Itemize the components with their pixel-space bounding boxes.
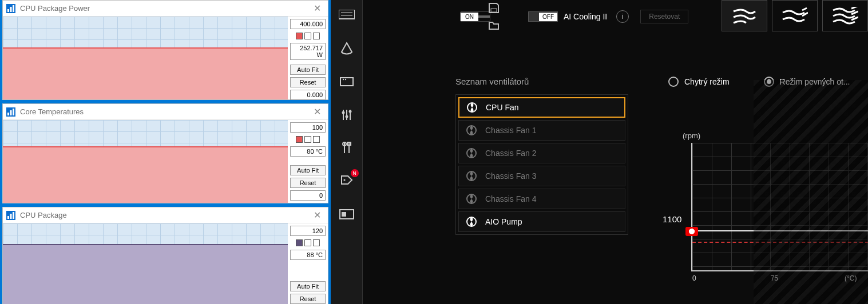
svg-rect-15 bbox=[340, 78, 353, 86]
degc-label: (°C) bbox=[845, 274, 857, 282]
max-readout[interactable]: 400.000 bbox=[290, 19, 326, 29]
swatch-empty[interactable] bbox=[304, 33, 311, 39]
value-readout[interactable]: 80 °C bbox=[290, 146, 326, 157]
svg-rect-6 bbox=[10, 110, 12, 115]
device-icon[interactable] bbox=[337, 72, 356, 91]
swatch-color[interactable] bbox=[296, 136, 303, 143]
fan-curve-chart[interactable] bbox=[691, 143, 868, 283]
chart-icon bbox=[6, 107, 15, 117]
fan-item-cpu[interactable]: CPU Fan bbox=[458, 97, 625, 118]
svg-rect-30 bbox=[342, 212, 346, 217]
swatch-row bbox=[290, 135, 326, 144]
preset-tile-turbo[interactable] bbox=[822, 0, 868, 31]
radio-fixed-mode[interactable]: Režim pevných ot... bbox=[764, 77, 850, 87]
radio-smart-mode[interactable]: Chytrý režim bbox=[668, 77, 730, 87]
rpm-value: 1100 bbox=[663, 214, 681, 224]
ai-cooling-toggle[interactable]: OFF bbox=[528, 11, 558, 22]
fan-item-chassis1[interactable]: Chassis Fan 1 bbox=[458, 120, 625, 141]
close-icon[interactable]: ✕ bbox=[311, 106, 323, 117]
info-icon[interactable]: i bbox=[616, 10, 629, 23]
rpm-unit-label: (rpm) bbox=[683, 131, 700, 140]
fan-icon bbox=[466, 193, 477, 205]
x-axis bbox=[691, 270, 868, 271]
tag-icon[interactable] bbox=[337, 171, 356, 191]
svg-rect-31 bbox=[491, 9, 497, 12]
sensor-controls: 100 80 °C Auto Fit Reset 0 bbox=[288, 120, 328, 203]
swatch-empty[interactable] bbox=[313, 239, 320, 246]
swatch-empty[interactable] bbox=[304, 136, 311, 143]
svg-rect-10 bbox=[10, 214, 12, 219]
keyboard-icon[interactable] bbox=[337, 6, 356, 25]
swatch-row bbox=[290, 238, 326, 247]
fan-label: Chassis Fan 2 bbox=[485, 149, 536, 158]
fan-icon bbox=[466, 102, 478, 113]
preset-tile-silent[interactable] bbox=[772, 0, 818, 31]
x-ticks: 0 75 bbox=[692, 274, 778, 282]
value-readout[interactable]: 88 °C bbox=[290, 250, 326, 260]
preset-tile-standard[interactable] bbox=[722, 0, 767, 31]
fan-label: Chassis Fan 1 bbox=[485, 126, 536, 135]
close-icon[interactable]: ✕ bbox=[311, 210, 323, 221]
fan-item-chassis2[interactable]: Chassis Fan 2 bbox=[458, 143, 625, 163]
swatch-empty[interactable] bbox=[313, 33, 320, 39]
close-icon[interactable]: ✕ bbox=[311, 3, 323, 14]
autofit-button[interactable]: Auto Fit bbox=[290, 281, 326, 291]
swatch-row bbox=[290, 31, 326, 41]
svg-point-16 bbox=[342, 79, 343, 80]
fanxpert-panel: ON OFF AI Cooling II i Resetovat Seznam … bbox=[331, 0, 868, 304]
swatch-color[interactable] bbox=[296, 239, 303, 246]
fan-list: CPU Fan Chassis Fan 1 Chassis Fan 2 Chas… bbox=[455, 94, 628, 235]
max-readout[interactable]: 100 bbox=[290, 122, 326, 133]
max-readout[interactable]: 120 bbox=[290, 226, 326, 236]
reset-button[interactable]: Reset bbox=[290, 294, 326, 304]
vertical-nav bbox=[331, 0, 363, 304]
radio-label: Chytrý režim bbox=[684, 77, 730, 86]
svg-point-17 bbox=[344, 79, 346, 80]
chart-icon bbox=[6, 4, 15, 13]
sensor-controls: 120 88 °C Auto Fit Reset bbox=[288, 223, 328, 304]
ai-cooling-label: AI Cooling II bbox=[564, 12, 607, 21]
fan-item-chassis3[interactable]: Chassis Fan 3 bbox=[458, 166, 625, 186]
rpm-slider-knob[interactable] bbox=[685, 227, 698, 236]
preset-tiles bbox=[722, 0, 868, 31]
sensor-title: CPU Package Power bbox=[20, 4, 90, 13]
sensor-titlebar[interactable]: CPU Package Power ✕ bbox=[3, 1, 328, 17]
sliders-icon[interactable] bbox=[337, 105, 356, 125]
card-icon[interactable] bbox=[337, 205, 356, 224]
min-rpm-line bbox=[692, 242, 868, 243]
swatch-empty[interactable] bbox=[313, 136, 320, 143]
power-toggle[interactable]: ON bbox=[460, 11, 490, 22]
reset-button[interactable]: Reset bbox=[290, 178, 326, 188]
sensor-chart bbox=[3, 120, 288, 203]
reset-button[interactable]: Reset bbox=[290, 77, 326, 87]
on-label: ON bbox=[461, 13, 478, 21]
fan-label: CPU Fan bbox=[486, 103, 519, 112]
fan-item-chassis4[interactable]: Chassis Fan 4 bbox=[458, 189, 625, 209]
radio-icon bbox=[764, 77, 774, 87]
folder-icon[interactable] bbox=[487, 18, 501, 32]
shape-icon[interactable] bbox=[337, 39, 356, 58]
save-icon[interactable] bbox=[487, 1, 501, 15]
svg-point-28 bbox=[343, 179, 345, 181]
fan-item-aio[interactable]: AIO Pump bbox=[458, 211, 625, 232]
autofit-button[interactable]: Auto Fit bbox=[290, 65, 326, 75]
fan-label: AIO Pump bbox=[485, 217, 522, 226]
chart-icon bbox=[6, 211, 15, 220]
tools-icon[interactable] bbox=[337, 138, 356, 158]
svg-rect-2 bbox=[10, 7, 12, 12]
min-readout[interactable]: 0.000 bbox=[290, 90, 326, 100]
swatch-empty[interactable] bbox=[304, 239, 311, 246]
value-readout[interactable]: 252.717 W bbox=[290, 43, 326, 60]
min-readout[interactable]: 0 bbox=[290, 190, 326, 201]
chart-grid bbox=[692, 143, 868, 270]
reset-button[interactable]: Resetovat bbox=[640, 10, 688, 23]
sensor-titlebar[interactable]: Core Temperatures ✕ bbox=[3, 104, 328, 120]
svg-rect-3 bbox=[13, 5, 14, 12]
svg-point-23 bbox=[348, 110, 351, 113]
sensor-title: Core Temperatures bbox=[20, 107, 84, 116]
autofit-button[interactable]: Auto Fit bbox=[290, 165, 326, 175]
fan-icon bbox=[466, 125, 477, 136]
svg-point-21 bbox=[342, 111, 344, 114]
swatch-color[interactable] bbox=[296, 33, 303, 39]
sensor-titlebar[interactable]: CPU Package ✕ bbox=[3, 207, 328, 223]
